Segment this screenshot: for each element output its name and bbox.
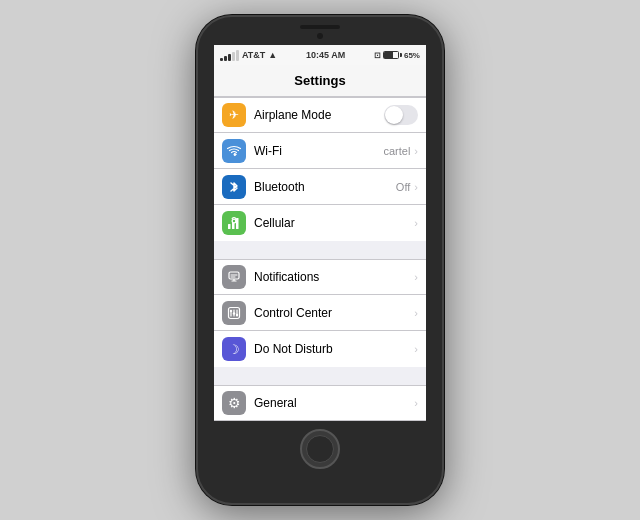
wifi-status-icon: ▲ bbox=[268, 50, 277, 60]
airplane-mode-icon: ✈ bbox=[222, 103, 246, 127]
toggle-knob bbox=[385, 106, 403, 124]
notifications-svg bbox=[227, 270, 241, 284]
bluetooth-chevron: › bbox=[414, 181, 418, 193]
group-gap-1 bbox=[214, 241, 426, 259]
cellular-icon bbox=[222, 211, 246, 235]
settings-list: ✈ Airplane Mode bbox=[214, 97, 426, 421]
cellular-label: Cellular bbox=[254, 216, 414, 230]
do-not-disturb-label: Do Not Disturb bbox=[254, 342, 414, 356]
control-center-label: Control Center bbox=[254, 306, 414, 320]
settings-row-control-center[interactable]: Control Center › bbox=[214, 295, 426, 331]
notifications-icon bbox=[222, 265, 246, 289]
status-left: AT&T ▲ bbox=[220, 50, 277, 61]
control-center-chevron: › bbox=[414, 307, 418, 319]
bluetooth-value: Off bbox=[396, 181, 410, 193]
carrier-label: AT&T bbox=[242, 50, 265, 60]
bluetooth-label: Bluetooth bbox=[254, 180, 396, 194]
control-svg bbox=[227, 306, 241, 320]
battery-icon bbox=[383, 51, 402, 59]
screen-icon: ⊡ bbox=[374, 51, 381, 60]
phone-frame: AT&T ▲ 10:45 AM ⊡ 65% Settings bbox=[196, 15, 444, 505]
time-display: 10:45 AM bbox=[306, 50, 345, 60]
notifications-label: Notifications bbox=[254, 270, 414, 284]
do-not-disturb-icon: ☽ bbox=[222, 337, 246, 361]
home-button[interactable] bbox=[300, 429, 340, 469]
svg-rect-0 bbox=[228, 224, 231, 229]
bluetooth-icon bbox=[222, 175, 246, 199]
signal-icon bbox=[220, 50, 239, 61]
bluetooth-svg bbox=[229, 180, 239, 194]
settings-row-cellular[interactable]: Cellular › bbox=[214, 205, 426, 241]
settings-row-bluetooth[interactable]: Bluetooth Off › bbox=[214, 169, 426, 205]
svg-point-14 bbox=[233, 312, 235, 314]
settings-group-3: ⚙ General › AA Display & Brightness › bbox=[214, 385, 426, 421]
general-label: General bbox=[254, 396, 414, 410]
status-right: ⊡ 65% bbox=[374, 51, 420, 60]
speaker bbox=[300, 25, 340, 29]
cellular-svg bbox=[227, 216, 241, 230]
camera bbox=[317, 33, 323, 39]
wifi-chevron: › bbox=[414, 145, 418, 157]
battery-label: 65% bbox=[404, 51, 420, 60]
settings-row-do-not-disturb[interactable]: ☽ Do Not Disturb › bbox=[214, 331, 426, 367]
settings-row-wifi[interactable]: Wi-Fi cartel › bbox=[214, 133, 426, 169]
settings-row-notifications[interactable]: Notifications › bbox=[214, 259, 426, 295]
settings-group-1: ✈ Airplane Mode bbox=[214, 97, 426, 241]
airplane-mode-toggle[interactable] bbox=[384, 105, 418, 125]
general-chevron: › bbox=[414, 397, 418, 409]
wifi-label: Wi-Fi bbox=[254, 144, 383, 158]
svg-point-12 bbox=[230, 309, 232, 311]
home-button-inner bbox=[306, 435, 334, 463]
general-icon: ⚙ bbox=[222, 391, 246, 415]
wifi-value: cartel bbox=[383, 145, 410, 157]
cellular-chevron: › bbox=[414, 217, 418, 229]
svg-point-4 bbox=[233, 220, 235, 222]
screen: AT&T ▲ 10:45 AM ⊡ 65% Settings bbox=[214, 45, 426, 421]
notifications-chevron: › bbox=[414, 271, 418, 283]
airplane-mode-label: Airplane Mode bbox=[254, 108, 384, 122]
group-gap-2 bbox=[214, 367, 426, 385]
wifi-svg bbox=[227, 145, 241, 157]
settings-row-general[interactable]: ⚙ General › bbox=[214, 385, 426, 421]
control-center-icon bbox=[222, 301, 246, 325]
settings-row-airplane-mode[interactable]: ✈ Airplane Mode bbox=[214, 97, 426, 133]
do-not-disturb-chevron: › bbox=[414, 343, 418, 355]
nav-bar: Settings bbox=[214, 65, 426, 97]
page-title: Settings bbox=[294, 73, 345, 88]
status-bar: AT&T ▲ 10:45 AM ⊡ 65% bbox=[214, 45, 426, 65]
svg-rect-2 bbox=[236, 218, 239, 229]
wifi-icon bbox=[222, 139, 246, 163]
settings-group-2: Notifications › bbox=[214, 259, 426, 367]
svg-point-16 bbox=[236, 313, 238, 315]
